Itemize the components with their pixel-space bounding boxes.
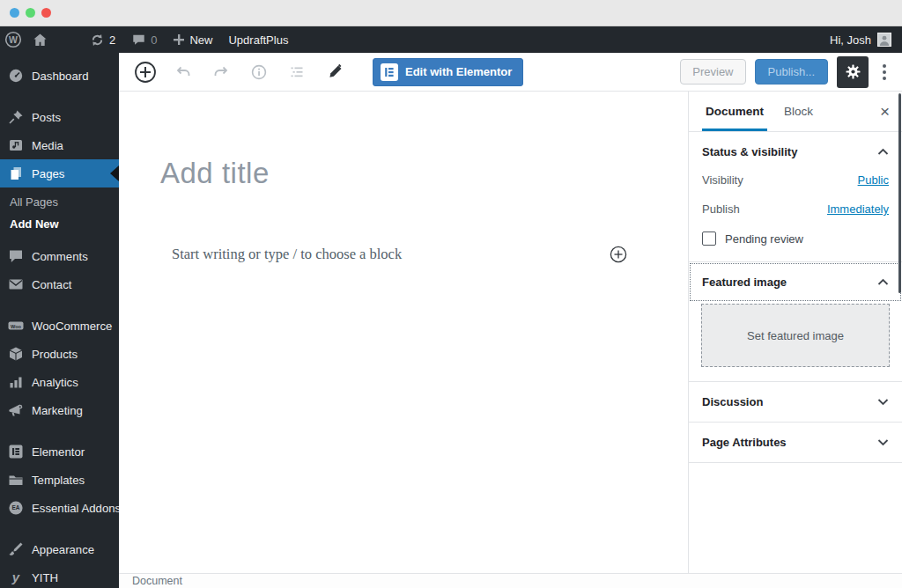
publish-row: Publish Immediately — [689, 201, 902, 230]
sidebar-item-pages[interactable]: Pages — [0, 159, 119, 187]
section-title: Featured image — [702, 276, 787, 289]
section-title: Status & visibility — [702, 145, 797, 158]
sidebar-item-label: Posts — [32, 111, 61, 124]
pending-review-checkbox[interactable] — [702, 232, 716, 246]
media-icon — [8, 137, 24, 153]
sidebar-item-label: Templates — [32, 474, 85, 487]
sidebar-item-marketing[interactable]: Marketing — [0, 396, 119, 424]
sidebar-item-posts[interactable]: Posts — [0, 103, 119, 131]
status-visibility-header[interactable]: Status & visibility — [689, 132, 902, 172]
svg-text:Woo: Woo — [11, 324, 22, 329]
tab-document[interactable]: Document — [702, 92, 767, 131]
panel-scrollbar[interactable] — [898, 93, 901, 293]
brush-icon — [8, 541, 24, 557]
submenu-item-add-new[interactable]: Add New — [0, 213, 119, 235]
tab-label: Block — [784, 105, 813, 118]
site-home-icon[interactable] — [33, 33, 48, 48]
account-menu[interactable]: Hi, Josh — [830, 33, 891, 47]
sidebar-item-yith[interactable]: y YITH — [0, 563, 119, 588]
visibility-value-link[interactable]: Public — [858, 173, 889, 187]
sidebar-item-label: Analytics — [32, 376, 78, 389]
page-attributes-header[interactable]: Page Attributes — [689, 423, 902, 462]
folder-icon — [8, 472, 24, 488]
featured-image-section: Featured image Set featured image — [689, 262, 902, 382]
section-title: Discussion — [702, 395, 763, 408]
pages-submenu: All Pages Add New — [0, 187, 119, 242]
sidebar-item-woocommerce[interactable]: Woo WooCommerce — [0, 312, 119, 340]
settings-gear-button[interactable] — [837, 56, 869, 88]
tab-block[interactable]: Block — [780, 92, 817, 131]
block-navigation-button[interactable] — [285, 60, 309, 85]
sidebar-item-essential-addons[interactable]: EA Essential Addons — [0, 494, 119, 522]
woocommerce-icon: Woo — [8, 318, 24, 334]
settings-tabs: Document Block × — [689, 92, 902, 132]
updates-count: 2 — [109, 33, 115, 47]
sidebar-item-appearance[interactable]: Appearance — [0, 535, 119, 563]
settings-sidebar: Document Block × Status & visibility — [688, 92, 902, 573]
comments-menu[interactable]: 0 — [131, 33, 157, 47]
macos-titlebar — [0, 0, 902, 26]
submenu-item-label: Add New — [10, 217, 59, 231]
block-placeholder-input[interactable]: Start writing or type / to choose a bloc… — [172, 246, 610, 263]
svg-text:y: y — [11, 570, 20, 584]
preview-button[interactable]: Preview — [680, 59, 745, 85]
update-icon — [90, 33, 105, 48]
undo-button[interactable] — [171, 60, 196, 85]
edit-with-elementor-button[interactable]: Edit with Elementor — [373, 58, 523, 86]
more-menu-button[interactable] — [877, 61, 891, 84]
box-icon — [8, 346, 24, 362]
elementor-icon — [8, 444, 24, 459]
plus-icon — [173, 33, 185, 46]
sidebar-item-products[interactable]: Products — [0, 340, 119, 368]
publish-value-link[interactable]: Immediately — [827, 202, 889, 216]
edit-mode-button[interactable] — [322, 60, 347, 85]
discussion-section: Discussion — [689, 382, 902, 423]
editor-canvas[interactable]: Add title Start writing or type / to cho… — [119, 92, 688, 573]
redo-button[interactable] — [209, 60, 233, 85]
chevron-down-icon — [877, 438, 889, 446]
window-control-icon[interactable] — [10, 8, 19, 18]
new-content-menu[interactable]: New — [173, 33, 212, 47]
sidebar-item-label: Elementor — [32, 445, 85, 459]
dashboard-icon — [8, 68, 24, 84]
block-inserter-inline-button[interactable] — [610, 246, 627, 263]
submenu-item-all-pages[interactable]: All Pages — [0, 191, 119, 213]
comment-icon — [8, 248, 24, 264]
content-structure-button[interactable] — [247, 60, 271, 85]
discussion-header[interactable]: Discussion — [689, 382, 902, 422]
gear-icon — [845, 63, 861, 80]
pages-icon — [8, 165, 24, 181]
sidebar-item-elementor[interactable]: Elementor — [0, 437, 119, 466]
sidebar-item-label: Dashboard — [32, 70, 89, 83]
sidebar-item-comments[interactable]: Comments — [0, 242, 119, 270]
sidebar-item-contact[interactable]: Contact — [0, 270, 119, 298]
new-label: New — [189, 33, 212, 47]
wordpress-logo-icon[interactable]: W — [4, 31, 22, 48]
sidebar-item-analytics[interactable]: Analytics — [0, 368, 119, 396]
publish-button[interactable]: Publish... — [755, 59, 828, 85]
tab-label: Document — [706, 105, 764, 118]
pending-review-label: Pending review — [725, 232, 803, 246]
updraftplus-menu[interactable]: UpdraftPlus — [228, 33, 288, 47]
sidebar-item-label: Contact — [32, 278, 71, 291]
editor-middle: Add title Start writing or type / to cho… — [119, 92, 902, 573]
visibility-label: Visibility — [702, 173, 743, 187]
info-icon — [250, 63, 268, 81]
avatar — [877, 33, 891, 47]
wordpress-editor-window: W 2 0 New — [0, 0, 902, 588]
featured-image-header[interactable]: Featured image — [689, 262, 902, 302]
megaphone-icon — [8, 402, 24, 418]
window-control-icon[interactable] — [26, 8, 35, 18]
updates-menu[interactable]: 2 — [90, 33, 115, 48]
post-title-input[interactable]: Add title — [160, 157, 688, 190]
block-inserter-button[interactable] — [133, 60, 158, 85]
window-close-icon[interactable] — [41, 8, 51, 18]
set-featured-image-button[interactable]: Set featured image — [701, 304, 890, 367]
sidebar-item-label: Appearance — [32, 543, 94, 556]
sidebar-item-media[interactable]: Media — [0, 131, 119, 159]
sidebar-item-dashboard[interactable]: Dashboard — [0, 62, 119, 90]
wp-admin-bar: W 2 0 New — [0, 26, 902, 53]
close-settings-icon[interactable]: × — [880, 103, 890, 120]
comment-icon — [131, 33, 146, 47]
sidebar-item-templates[interactable]: Templates — [0, 466, 119, 494]
